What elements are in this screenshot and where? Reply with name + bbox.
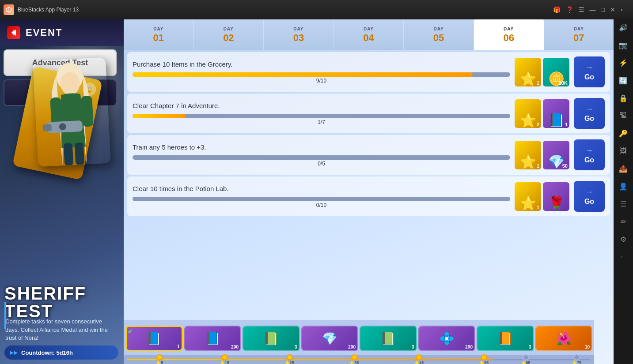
- svg-marker-3: [11, 30, 14, 36]
- day-tab-06[interactable]: DAY 06: [474, 19, 544, 50]
- day-tab-03[interactable]: DAY 03: [264, 19, 334, 50]
- milestone-5: ⭐45: [414, 354, 424, 364]
- back-arrow-icon[interactable]: ⟵: [621, 6, 629, 13]
- maximize-icon[interactable]: □: [601, 6, 605, 13]
- day-tab-num-06: 06: [503, 32, 514, 44]
- sidebar-refresh-btn[interactable]: 🔄: [615, 72, 631, 88]
- chest-count-3: 3: [295, 345, 297, 349]
- go-button-3[interactable]: → Go: [574, 139, 605, 170]
- task-desc-4: Clear 10 times in the Potion Lab. 0/10: [133, 184, 510, 208]
- countdown-text: Countdown: 5d16h: [21, 349, 73, 356]
- task-desc-2: Clear Chapter 7 in Adventure. 1/7: [133, 101, 510, 125]
- sidebar-user-btn[interactable]: 👤: [615, 178, 631, 194]
- bottom-reward-7[interactable]: 📙 3: [477, 326, 534, 351]
- day-tab-label-05: DAY: [434, 26, 444, 31]
- day-tab-num-01: 01: [153, 32, 164, 44]
- milestone-label-3: ⭐25: [285, 360, 294, 364]
- task-progress-fill-1: [133, 72, 473, 77]
- sidebar-image-btn[interactable]: 🖼: [615, 143, 631, 159]
- task-row-1: Purchase 10 Items in the Grocery. 9/10 ⭐…: [127, 52, 610, 92]
- milestone-label-4: ⭐35: [349, 360, 359, 364]
- sidebar-back-btn[interactable]: ←: [615, 249, 631, 265]
- chest-count-1: 1: [177, 344, 180, 349]
- bottom-reward-4[interactable]: 💎 200: [301, 326, 359, 351]
- go-button-2[interactable]: → Go: [574, 98, 605, 129]
- bottom-reward-1[interactable]: ✔ 📘 1: [125, 326, 183, 351]
- go-arrow-icon-3: →: [585, 146, 593, 155]
- sidebar-upload-btn[interactable]: 📤: [615, 161, 631, 176]
- go-button-1[interactable]: → Go: [574, 56, 605, 87]
- sidebar-build-btn[interactable]: 🏗: [615, 108, 631, 124]
- reward-count-3-2: 50: [562, 163, 568, 169]
- milestone-dot-1: [156, 354, 163, 360]
- card-front: [33, 57, 111, 167]
- sidebar-lightning-btn[interactable]: ⚡: [615, 55, 631, 71]
- sidebar-volume-btn[interactable]: 🔊: [615, 19, 631, 35]
- bottom-reward-8[interactable]: 🌺 10: [535, 326, 593, 351]
- go-label-4: Go: [584, 198, 594, 206]
- bottom-reward-6[interactable]: 💠 200: [418, 326, 476, 351]
- day-tab-04[interactable]: DAY 04: [334, 19, 404, 50]
- milestone-label-6: ⭐55: [479, 360, 489, 364]
- reward-item-1-1: ⭐ 1: [515, 58, 541, 86]
- day-tab-05[interactable]: DAY 05: [404, 19, 474, 50]
- go-label-2: Go: [584, 115, 594, 123]
- task-progress-text-4: 0/10: [133, 202, 510, 208]
- event-title: EVENT: [26, 27, 62, 38]
- reward-item-1-2: 🪙 20K: [543, 58, 569, 86]
- sidebar-camera-btn[interactable]: 📷: [615, 37, 631, 53]
- svg-rect-9: [42, 124, 52, 131]
- chest-count-8: 10: [585, 345, 590, 349]
- event-back-icon[interactable]: [7, 26, 20, 39]
- day-tab-07[interactable]: DAY 07: [544, 19, 614, 50]
- day-tab-num-07: 07: [573, 32, 584, 44]
- countdown-play-icon: ▶▶: [10, 349, 18, 356]
- milestone-4: ⭐35: [349, 354, 359, 364]
- chest-icon-6: 💠: [439, 331, 455, 346]
- minimize-icon[interactable]: —: [590, 6, 596, 13]
- sidebar-key-btn[interactable]: 🔑: [615, 125, 631, 141]
- description-text: Complete tasks for seven consecutive day…: [5, 318, 116, 342]
- task-row-4: Clear 10 times in the Potion Lab. 0/10 ⭐…: [127, 176, 610, 216]
- task-progress-bg-4: [133, 197, 510, 201]
- gift-icon[interactable]: 🎁: [553, 6, 561, 13]
- chest-count-6: 200: [465, 345, 473, 349]
- task-progress-fill-2: [133, 114, 186, 118]
- milestone-6: ⭐55: [479, 354, 489, 364]
- menu-icon[interactable]: ☰: [579, 6, 584, 13]
- day-tab-label-03: DAY: [293, 26, 303, 31]
- bottom-reward-3[interactable]: 📗 3: [243, 326, 300, 351]
- sidebar-settings-btn[interactable]: ⚙: [615, 231, 631, 247]
- reward-item-3-1: ⭐ 1: [515, 141, 541, 169]
- svg-rect-11: [64, 143, 74, 165]
- reward-count-4-1: 1: [537, 205, 539, 210]
- task-desc-1: Purchase 10 Items in the Grocery. 9/10: [133, 60, 510, 84]
- task-text-4: Clear 10 times in the Potion Lab.: [133, 184, 510, 193]
- milestone-label-7: ⭐65: [521, 360, 531, 364]
- go-button-4[interactable]: → Go: [574, 181, 605, 212]
- close-icon[interactable]: ✕: [610, 6, 615, 13]
- go-label-1: Go: [584, 73, 594, 81]
- task-progress-bg-2: [133, 114, 510, 118]
- go-label-3: Go: [584, 156, 594, 164]
- day-tab-label-04: DAY: [364, 26, 374, 31]
- day-tab-01[interactable]: DAY 01: [124, 19, 194, 50]
- day-tab-02[interactable]: DAY 02: [194, 19, 264, 50]
- milestone-7: ⭐65: [521, 354, 531, 364]
- bottom-reward-2[interactable]: 📘 200: [184, 326, 242, 351]
- milestone-dot-7: [523, 354, 529, 360]
- sidebar-layers-btn[interactable]: ☰: [615, 196, 631, 212]
- milestone-markers: ⭐5 ⭐15 ⭐25 ⭐35 ⭐45 ⭐55 ⭐65 ⭐75: [127, 355, 591, 364]
- go-arrow-icon-4: →: [585, 188, 593, 197]
- task-row-2: Clear Chapter 7 in Adventure. 1/7 ⭐ 2 📘 …: [127, 94, 610, 133]
- help-icon[interactable]: ❓: [566, 6, 573, 13]
- svg-rect-7: [81, 96, 94, 127]
- chest-icon-7: 📙: [497, 331, 513, 346]
- bottom-reward-5[interactable]: 📗 3: [360, 326, 417, 351]
- chest-count-5: 3: [412, 345, 414, 349]
- sidebar-edit-btn[interactable]: ✏: [615, 214, 631, 229]
- day-tab-label-06: DAY: [504, 26, 514, 31]
- go-arrow-icon-2: →: [585, 105, 593, 114]
- milestone-dot-2: [221, 354, 227, 360]
- sidebar-lock-btn[interactable]: 🔒: [615, 90, 631, 106]
